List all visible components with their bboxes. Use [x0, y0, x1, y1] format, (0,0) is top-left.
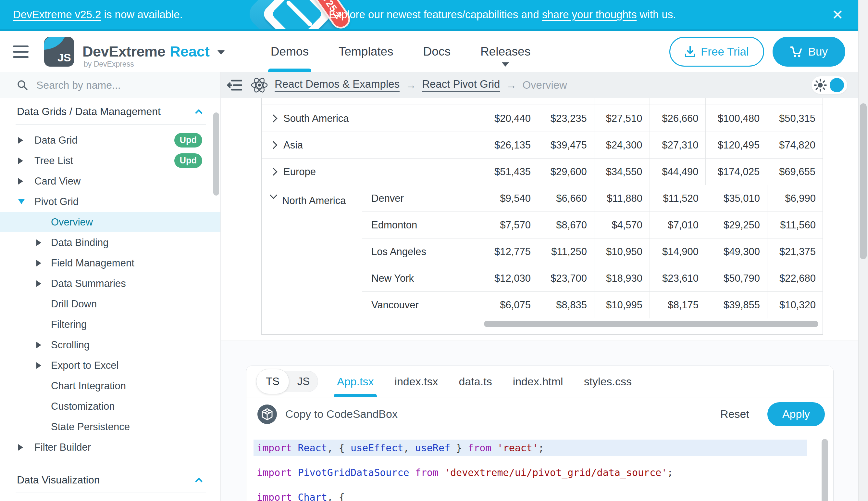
nav-item-demos[interactable]: Demos	[271, 31, 309, 72]
triangle-right-icon[interactable]	[36, 280, 51, 287]
triangle-right-icon[interactable]	[36, 239, 51, 246]
triangle-down-icon[interactable]	[18, 199, 34, 204]
share-your-thoughts-link[interactable]: share your thoughts	[542, 9, 637, 21]
tab-index-html[interactable]: index.html	[513, 366, 563, 397]
code-editor[interactable]: import React, { useEffect, useRef } from…	[246, 431, 833, 501]
collapse-sidebar-icon[interactable]	[227, 79, 242, 92]
sidebar-item-card-view[interactable]: Card View	[0, 171, 220, 191]
codesandbox-icon[interactable]	[257, 405, 277, 424]
sidebar-item-export-to-excel[interactable]: Export to Excel	[0, 355, 220, 376]
banner-version-link[interactable]: DevExtreme v25.2	[13, 9, 101, 21]
tab-app-tsx[interactable]: App.tsx	[337, 366, 374, 397]
hamburger-menu-icon[interactable]	[13, 45, 29, 58]
nav-item-docs[interactable]: Docs	[423, 31, 451, 72]
chevron-up-icon[interactable]	[195, 109, 202, 117]
theme-toggle-knob[interactable]	[830, 78, 844, 92]
pivot-value-cell: $74,820	[767, 132, 823, 158]
chevron-down-icon[interactable]	[218, 50, 224, 55]
devextreme-js-logo[interactable]: JS	[44, 37, 74, 67]
code-token: , {	[327, 492, 345, 501]
copy-to-codesandbox-button[interactable]: Copy to CodeSandBox	[285, 408, 398, 420]
sidebar-item-customization[interactable]: Customization	[0, 396, 220, 417]
sidebar-item-drill-down[interactable]: Drill Down	[0, 294, 220, 314]
buy-button[interactable]: Buy	[772, 37, 845, 67]
chevron-up-icon[interactable]	[195, 477, 202, 485]
horizontal-scrollbar-thumb[interactable]	[484, 321, 818, 327]
code-token: ;	[538, 442, 544, 454]
sidebar-item-overview[interactable]: Overview	[0, 212, 220, 232]
sidebar-item-chart-integration[interactable]: Chart Integration	[0, 376, 220, 396]
tab-index-tsx[interactable]: index.tsx	[394, 366, 438, 397]
pivot-grid: South America$20,440$23,235$27,510$26,66…	[261, 98, 823, 335]
pivot-value-cell: $6,990	[767, 185, 823, 212]
triangle-right-icon[interactable]	[36, 362, 51, 369]
language-toggle-inactive[interactable]: JS	[289, 375, 318, 387]
code-scrollbar[interactable]	[822, 439, 828, 501]
page-scrollbar-thumb[interactable]	[860, 103, 867, 259]
code-token: PivotGridDataSource	[298, 467, 409, 478]
free-trial-button[interactable]: Free Trial	[669, 37, 764, 67]
tab-styles-css[interactable]: styles.css	[584, 366, 632, 397]
triangle-right-icon[interactable]	[18, 158, 34, 164]
reset-button[interactable]: Reset	[720, 408, 749, 420]
sidebar-item-filtering[interactable]: Filtering	[0, 314, 220, 335]
apply-button[interactable]: Apply	[767, 402, 825, 426]
code-token	[439, 467, 444, 478]
sidebar-section-data-grids-data-management[interactable]: Data Grids / Data Management	[0, 103, 220, 119]
triangle-down-icon	[18, 199, 25, 204]
sidebar-item-data-binding[interactable]: Data Binding	[0, 232, 220, 253]
triangle-right-icon[interactable]	[18, 444, 34, 451]
close-icon[interactable]: ✕	[827, 0, 848, 29]
breadcrumb-react-pivot-grid[interactable]: React Pivot Grid	[422, 78, 500, 92]
page-scrollbar[interactable]	[858, 0, 868, 501]
pivot-city-cell: Edmonton	[362, 212, 483, 238]
sidebar-item-scrolling[interactable]: Scrolling	[0, 335, 220, 355]
expand-chevron-icon[interactable]	[270, 168, 277, 175]
nav-item-templates[interactable]: Templates	[339, 31, 393, 72]
pivot-value-cell: $49,300	[706, 238, 767, 265]
pivot-value-cell: $26,135	[483, 132, 538, 158]
pivot-value-cell: $6,075	[483, 292, 538, 318]
react-icon	[251, 77, 268, 93]
pivot-value-cell: $11,520	[650, 185, 706, 212]
code-token: import	[257, 467, 292, 478]
nav-item-releases[interactable]: Releases	[481, 31, 530, 72]
sidebar-item-data-summaries[interactable]: Data Summaries	[0, 273, 220, 294]
breadcrumb-react-demos-examples[interactable]: React Demos & Examples	[275, 78, 399, 92]
triangle-right-icon[interactable]	[18, 178, 34, 184]
sidebar-item-filter-builder[interactable]: Filter Builder	[0, 437, 220, 457]
tab-data-ts[interactable]: data.ts	[459, 366, 492, 397]
search-input[interactable]: Search by name...	[0, 72, 220, 98]
triangle-right-icon[interactable]	[18, 137, 34, 143]
code-toolbar: Copy to CodeSandBox Reset Apply	[246, 397, 833, 431]
chevron-down-icon	[502, 62, 509, 67]
pivot-empty-cell	[650, 98, 706, 105]
sidebar-item-field-management[interactable]: Field Management	[0, 253, 220, 273]
pivot-row-north-america: North AmericaDenver$9,540$6,660$11,880$1…	[262, 185, 823, 318]
sidebar-item-tree-list[interactable]: Tree ListUpd	[0, 150, 220, 171]
sidebar-item-pivot-grid[interactable]: Pivot Grid	[0, 191, 220, 212]
code-token	[292, 492, 298, 501]
pivot-value-cell: $51,435	[483, 159, 538, 185]
sidebar-item-state-persistence[interactable]: State Persistence	[0, 417, 220, 437]
sidebar-item-data-grid[interactable]: Data GridUpd	[0, 130, 220, 150]
triangle-right-icon[interactable]	[36, 342, 51, 348]
sidebar-item-label: Data Grid	[34, 135, 78, 146]
collapse-chevron-icon[interactable]	[270, 191, 277, 199]
pivot-value-cell: $6,660	[538, 185, 594, 212]
language-toggle[interactable]: TS JS	[256, 371, 318, 392]
sidebar-nav: Data Grids / Data ManagementData GridUpd…	[0, 103, 220, 493]
expand-chevron-icon[interactable]	[270, 114, 277, 122]
sidebar-item-label: Pivot Grid	[34, 196, 79, 207]
pivot-value-cell: $26,660	[650, 105, 706, 131]
theme-toggle[interactable]	[812, 76, 847, 94]
breadcrumb: React Demos & Examples→React Pivot Grid→…	[251, 77, 567, 93]
expand-chevron-icon[interactable]	[270, 141, 277, 149]
code-token	[292, 442, 298, 454]
triangle-right-icon[interactable]	[36, 260, 51, 266]
sidebar-scrollbar[interactable]	[213, 113, 219, 195]
brand-block[interactable]: DevExtreme React by DevExpress	[83, 43, 236, 60]
sidebar-section-data-visualization[interactable]: Data Visualization	[0, 472, 220, 488]
triangle-right-icon	[36, 239, 41, 246]
language-toggle-active[interactable]: TS	[256, 369, 289, 394]
